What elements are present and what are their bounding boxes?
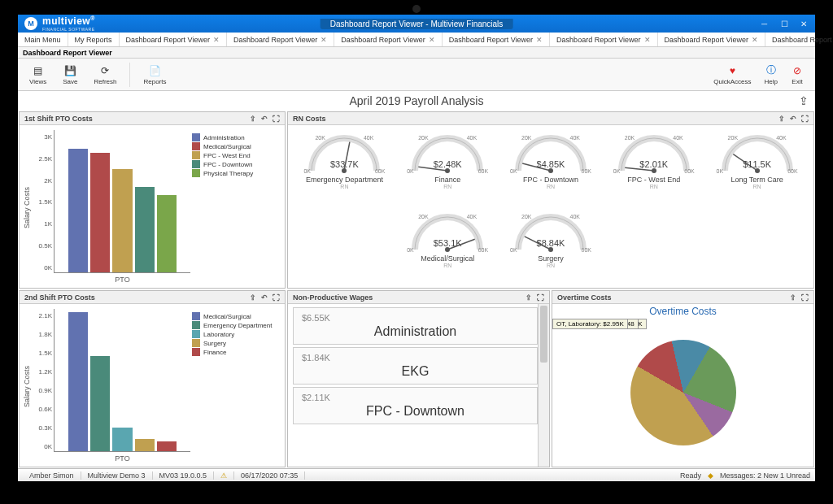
views-button[interactable]: ▤Views bbox=[23, 63, 53, 87]
gauge: 0K 20K 40K 60K $4.85K FPC - DowntownRN bbox=[501, 130, 601, 204]
export-icon[interactable]: ⇪ bbox=[250, 293, 256, 302]
panel-title: RN Costs bbox=[293, 115, 326, 123]
panel-title: 1st Shift PTO Costs bbox=[24, 115, 93, 123]
close-tab-icon[interactable]: ✕ bbox=[321, 36, 327, 44]
close-tab-icon[interactable]: ✕ bbox=[536, 36, 543, 44]
document-tab[interactable]: My Reports bbox=[68, 33, 120, 46]
gauge: 0K 20K 40K 60K $2.48K FinanceRN bbox=[398, 130, 498, 204]
status-messages[interactable]: Messages: 2 New 1 Unread bbox=[720, 471, 810, 480]
window-maximize-icon[interactable]: ☐ bbox=[781, 20, 789, 28]
wage-card[interactable]: $1.84KEKG bbox=[293, 347, 538, 385]
legend-item: Laboratory bbox=[192, 330, 280, 338]
pie-callout: OT, Laboratory: $2.95K bbox=[552, 319, 628, 329]
close-tab-icon[interactable]: ✕ bbox=[644, 36, 651, 44]
close-tab-icon[interactable]: ✕ bbox=[213, 36, 220, 44]
wage-card[interactable]: $2.11KFPC - Downtown bbox=[293, 387, 538, 424]
status-version: MV03 19.0.0.5 bbox=[153, 471, 215, 480]
panel-shift2: 2nd Shift PTO Costs ⇪↶⛶ Salary Costs 2.1… bbox=[19, 290, 286, 467]
x-axis-label: PTO bbox=[55, 454, 190, 463]
maximize-icon[interactable]: ⛶ bbox=[801, 115, 809, 123]
brand-tagline: FINANCIAL SOFTWARE bbox=[42, 27, 95, 32]
close-tab-icon[interactable]: ✕ bbox=[429, 36, 435, 44]
bar[interactable] bbox=[135, 439, 155, 451]
document-tab[interactable]: Dashboard Report Viewer✕ bbox=[227, 33, 334, 46]
sub-title-bar: Dashboard Report Viewer bbox=[18, 47, 815, 59]
document-tabs: Main MenuMy ReportsDashboard Report View… bbox=[18, 33, 815, 47]
status-ready: Ready bbox=[680, 471, 701, 480]
gauge: 0K 20K 40K 60K $8.84K SurgeryRN bbox=[501, 209, 601, 283]
save-icon: 💾 bbox=[63, 64, 76, 77]
export-icon[interactable]: ⇪ bbox=[250, 115, 256, 123]
warning-icon: ⚠ bbox=[214, 471, 234, 480]
status-time: 06/17/2020 07:35 bbox=[234, 471, 305, 480]
page-title: April 2019 Payroll Analysis ⇪ bbox=[18, 91, 815, 111]
document-tab[interactable]: Dashboard Report Viewer✕ bbox=[658, 33, 765, 46]
refresh-button[interactable]: ⟳Refresh bbox=[87, 63, 123, 87]
toolbar: ▤Views 💾Save ⟳Refresh 📄Reports ♥QuickAcc… bbox=[18, 59, 815, 91]
legend-item: Administration bbox=[192, 133, 280, 141]
export-page-icon[interactable]: ⇪ bbox=[799, 94, 809, 107]
document-tab[interactable]: Dashboard Report Viewer✕ bbox=[765, 33, 833, 46]
exit-icon: ⊘ bbox=[791, 64, 804, 77]
x-axis-label: PTO bbox=[55, 276, 190, 284]
help-icon: ⓘ bbox=[765, 64, 778, 77]
maximize-icon[interactable]: ⛶ bbox=[273, 293, 280, 302]
close-tab-icon[interactable]: ✕ bbox=[752, 36, 758, 44]
status-env: Multiview Demo 3 bbox=[81, 471, 153, 480]
brand-name: multiview bbox=[42, 15, 90, 27]
y-axis-label: Salary Costs bbox=[23, 309, 31, 463]
y-axis-label: Salary Costs bbox=[23, 130, 31, 285]
document-tab[interactable]: Main Menu bbox=[18, 33, 68, 46]
gauge: 0K 20K 40K 60K $11.5K Long Term CareRN bbox=[707, 130, 807, 204]
reports-button[interactable]: 📄Reports bbox=[137, 63, 172, 87]
gauge: 0K 20K 40K 60K $2.01K FPC - West EndRN bbox=[604, 130, 704, 204]
gauge: 0K 20K 40K 60K $33.7K Emergency Departme… bbox=[294, 130, 395, 204]
legend-item: FPC - Downtown bbox=[192, 160, 280, 168]
window-close-icon[interactable]: ✕ bbox=[800, 20, 809, 28]
panel-title: Overtime Costs bbox=[557, 293, 612, 302]
window-minimize-icon[interactable]: ─ bbox=[761, 20, 770, 28]
maximize-icon[interactable]: ⛶ bbox=[801, 293, 809, 302]
window-title: Dashboard Report Viewer - Multiview Fina… bbox=[321, 19, 513, 29]
maximize-icon[interactable]: ⛶ bbox=[273, 115, 280, 123]
save-button[interactable]: 💾Save bbox=[56, 63, 84, 87]
undo-icon[interactable]: ↶ bbox=[790, 115, 796, 123]
document-tab[interactable]: Dashboard Report Viewer✕ bbox=[443, 33, 550, 46]
window-titlebar: M multiview® FINANCIAL SOFTWARE Dashboar… bbox=[18, 15, 815, 33]
message-icon[interactable]: ◆ bbox=[708, 471, 713, 480]
undo-icon[interactable]: ↶ bbox=[261, 293, 268, 302]
status-bar: Amber Simon Multiview Demo 3 MV03 19.0.0… bbox=[18, 468, 815, 481]
bar[interactable] bbox=[112, 428, 132, 451]
pie-chart[interactable] bbox=[630, 340, 736, 445]
legend-item: FPC - West End bbox=[192, 151, 280, 159]
exit-button[interactable]: ⊘Exit bbox=[784, 63, 810, 87]
grid-icon: ▤ bbox=[32, 64, 45, 77]
app-logo-icon: M bbox=[24, 17, 37, 30]
bar[interactable] bbox=[68, 149, 88, 273]
scrollbar[interactable] bbox=[538, 304, 549, 467]
bar[interactable] bbox=[90, 356, 110, 451]
document-tab[interactable]: Dashboard Report Viewer✕ bbox=[334, 33, 442, 46]
document-tab[interactable]: Dashboard Report Viewer✕ bbox=[120, 33, 227, 46]
undo-icon[interactable]: ↶ bbox=[261, 115, 268, 123]
maximize-icon[interactable]: ⛶ bbox=[537, 293, 544, 302]
bar[interactable] bbox=[112, 169, 132, 272]
bar[interactable] bbox=[68, 312, 88, 451]
bar[interactable] bbox=[157, 195, 177, 272]
export-icon[interactable]: ⇪ bbox=[526, 293, 532, 302]
bar[interactable] bbox=[157, 441, 177, 452]
export-icon[interactable]: ⇪ bbox=[778, 115, 785, 123]
heart-icon: ♥ bbox=[726, 64, 739, 77]
wage-card[interactable]: $6.55KAdministration bbox=[293, 307, 538, 345]
legend-item: Finance bbox=[192, 348, 280, 356]
document-tab[interactable]: Dashboard Report Viewer✕ bbox=[550, 33, 657, 46]
legend-item: Physical Therapy bbox=[192, 169, 280, 177]
gauge: 0K 20K 40K 60K $53.1K Medical/SurgicalRN bbox=[398, 209, 498, 283]
help-button[interactable]: ⓘHelp bbox=[758, 63, 784, 87]
bar[interactable] bbox=[90, 153, 110, 273]
export-icon[interactable]: ⇪ bbox=[790, 293, 796, 302]
report-icon: 📄 bbox=[148, 64, 161, 77]
quickaccess-button[interactable]: ♥QuickAccess bbox=[707, 63, 757, 87]
bar[interactable] bbox=[135, 187, 155, 272]
panel-shift1: 1st Shift PTO Costs ⇪↶⛶ Salary Costs 3K2… bbox=[19, 111, 286, 289]
